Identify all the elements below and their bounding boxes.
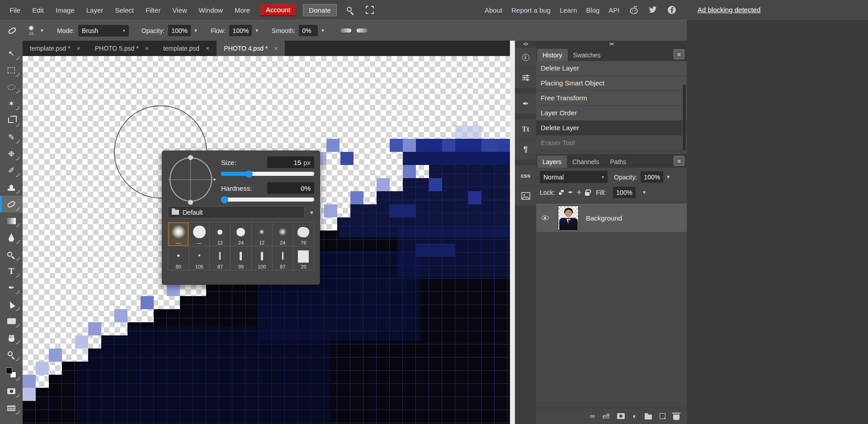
menu-file[interactable]: File: [4, 6, 26, 14]
pressure-opacity-toggle-icon[interactable]: [340, 28, 351, 33]
tool-hand[interactable]: [0, 330, 23, 346]
fill-dropdown-icon[interactable]: ▼: [642, 190, 646, 195]
lock-transparency-icon[interactable]: [558, 189, 564, 195]
tool-zoom[interactable]: [0, 346, 23, 363]
mode-select[interactable]: Brush ▾: [78, 25, 129, 37]
adjustment-layer-icon[interactable]: ◐: [632, 412, 637, 420]
tool-quick-mask[interactable]: [0, 383, 23, 400]
brush-angle-control[interactable]: ▸: [168, 156, 215, 203]
history-menu-button[interactable]: ≡: [674, 49, 684, 59]
brush-preset[interactable]: 87: [210, 246, 230, 270]
brush-dropdown-icon[interactable]: ▼: [40, 28, 44, 33]
angle-handle-bottom[interactable]: [188, 200, 193, 205]
tab-photo-5-psd[interactable]: PHOTO 5.psd *×: [88, 41, 156, 56]
brush-preset-hard-round[interactable]: —: [189, 222, 209, 246]
twitter-icon[interactable]: [648, 5, 658, 15]
tool-rectangle-shape[interactable]: [0, 313, 23, 330]
opacity-dropdown-icon[interactable]: ▼: [193, 28, 198, 33]
pressure-size-toggle-icon[interactable]: [357, 28, 368, 33]
layers-menu-button[interactable]: ≡: [674, 156, 684, 166]
layer-thumbnail[interactable]: [558, 206, 579, 230]
canvas-scrollbar[interactable]: [510, 41, 515, 424]
layer-row-background[interactable]: Background: [536, 204, 687, 232]
menu-select[interactable]: Select: [109, 6, 140, 14]
brush-preset[interactable]: 87: [273, 246, 293, 270]
history-item-current[interactable]: Delete Layer: [536, 121, 687, 136]
tool-rectangle-select[interactable]: [0, 62, 23, 79]
lock-position-icon[interactable]: ✛: [576, 189, 581, 196]
tab-channels[interactable]: Channels: [567, 155, 604, 168]
blend-mode-select[interactable]: Normal ▾: [540, 171, 608, 183]
brush-preset[interactable]: 99: [231, 246, 251, 270]
brush-preset[interactable]: 24: [273, 222, 293, 246]
tool-dodge[interactable]: [0, 246, 23, 263]
angle-handle-top[interactable]: [188, 155, 193, 160]
tab-photo-4-psd-active[interactable]: PHOTO 4.psd *×: [217, 41, 285, 56]
new-layer-icon[interactable]: [660, 413, 665, 419]
fill-input[interactable]: 100%: [613, 187, 636, 198]
tab-swatches[interactable]: Swatches: [568, 49, 606, 61]
adjustments-panel-button[interactable]: [515, 68, 536, 88]
menu-image[interactable]: Image: [50, 6, 80, 14]
brush-preset[interactable]: 12: [210, 222, 230, 246]
tool-crop[interactable]: [0, 112, 23, 129]
panel-collapse-handle[interactable]: ><: [536, 41, 687, 47]
history-item[interactable]: Layer Order: [536, 106, 687, 121]
brush-preset[interactable]: 80: [168, 246, 189, 270]
add-mask-icon[interactable]: [617, 413, 625, 419]
menu-view[interactable]: View: [166, 6, 193, 14]
history-item-undone[interactable]: Eraser Tool: [536, 136, 687, 151]
tab-template-psd-2[interactable]: template.psd×: [156, 41, 217, 56]
tool-pen[interactable]: ✒: [0, 279, 23, 296]
facebook-icon[interactable]: [667, 5, 677, 15]
layer-effects-icon[interactable]: eff: [603, 413, 609, 420]
brush-preset[interactable]: 24: [231, 222, 251, 246]
close-icon[interactable]: ×: [77, 45, 80, 52]
delete-layer-icon[interactable]: [673, 415, 679, 420]
brush-preset-soft-round[interactable]: —: [168, 222, 189, 246]
close-icon[interactable]: ×: [206, 45, 209, 52]
menu-window[interactable]: Window: [193, 6, 229, 14]
donate-button[interactable]: Donate: [303, 4, 336, 16]
brush-preset[interactable]: 100: [252, 246, 272, 270]
opacity-input[interactable]: 100%: [168, 25, 191, 36]
character-panel-button[interactable]: Tt: [515, 119, 536, 140]
lock-paint-icon[interactable]: ✒: [568, 189, 573, 196]
image-panel-button[interactable]: [515, 186, 536, 206]
flow-dropdown-icon[interactable]: ▼: [255, 28, 259, 33]
history-scrollbar[interactable]: [682, 84, 686, 151]
hardness-slider[interactable]: [221, 198, 314, 202]
tool-screen-mode[interactable]: [0, 400, 23, 416]
size-input[interactable]: 15 px: [267, 156, 314, 168]
tab-paths[interactable]: Paths: [604, 155, 632, 168]
tool-eraser[interactable]: [0, 196, 23, 212]
hardness-input[interactable]: 0%: [267, 182, 314, 194]
ad-blocking-link[interactable]: Ad blocking detected: [698, 6, 760, 14]
flow-input[interactable]: 100%: [229, 25, 252, 36]
size-slider[interactable]: [221, 172, 314, 176]
menu-edit[interactable]: Edit: [26, 6, 50, 14]
layer-visibility-eye-icon[interactable]: [542, 216, 549, 220]
smooth-input[interactable]: 0%: [299, 25, 318, 36]
account-button[interactable]: Account: [260, 4, 296, 16]
brush-panel-button[interactable]: ✒: [515, 94, 536, 114]
size-slider-thumb[interactable]: [245, 170, 253, 178]
tool-type[interactable]: T: [0, 263, 23, 279]
link-learn[interactable]: Learn: [560, 6, 577, 14]
lock-all-icon[interactable]: [585, 192, 590, 196]
history-item[interactable]: Placing Smart Object: [536, 76, 687, 91]
link-about[interactable]: About: [485, 6, 502, 14]
tool-spot-healing[interactable]: ❉: [0, 146, 23, 162]
link-api[interactable]: API: [609, 6, 619, 14]
strip-collapse-handle[interactable]: <>: [515, 41, 536, 47]
close-icon[interactable]: ×: [274, 45, 278, 52]
brush-preset[interactable]: 105: [189, 246, 209, 270]
menu-filter[interactable]: Filter: [140, 6, 166, 14]
properties-panel-button[interactable]: [515, 47, 536, 68]
paragraph-panel-button[interactable]: ¶: [515, 140, 536, 160]
layer-opacity-dropdown-icon[interactable]: ▼: [666, 174, 670, 179]
menu-layer[interactable]: Layer: [80, 6, 109, 14]
tool-lasso[interactable]: [0, 79, 23, 95]
layer-opacity-input[interactable]: 100%: [641, 171, 663, 183]
smooth-dropdown-icon[interactable]: ▼: [321, 28, 325, 33]
